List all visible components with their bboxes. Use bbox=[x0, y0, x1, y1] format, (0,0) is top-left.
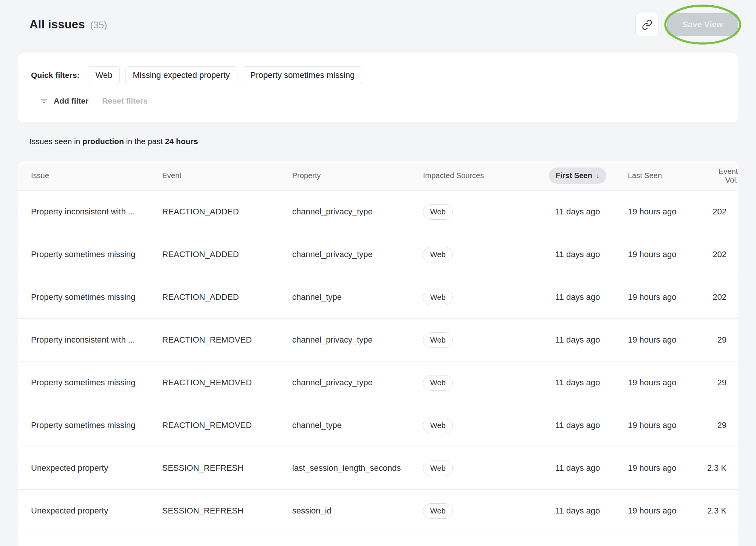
subtitle-range: 24 hours bbox=[165, 137, 198, 146]
column-header-property: Property bbox=[292, 171, 423, 180]
last-seen-cell: 19 hours ago bbox=[628, 420, 719, 430]
subtitle-middle: in the past bbox=[124, 137, 165, 146]
column-header-issue: Issue bbox=[31, 171, 162, 180]
issue-cell: Unexpected property bbox=[31, 506, 162, 516]
issue-cell: Property sometimes missing bbox=[31, 378, 162, 388]
page-title: All issues bbox=[29, 18, 85, 31]
impacted-sources-cell: Web bbox=[423, 461, 549, 476]
subtitle-env: production bbox=[82, 137, 124, 146]
impacted-sources-cell: Web bbox=[423, 503, 549, 519]
last-seen-cell: 19 hours ago bbox=[628, 463, 719, 473]
issue-cell: Property inconsistent with ... bbox=[31, 207, 162, 217]
issues-page: All issues (35) Save View Quick filters:… bbox=[0, 0, 756, 546]
impacted-sources-cell: Web bbox=[423, 332, 549, 348]
event-volume-cell: 29 bbox=[717, 335, 727, 345]
property-cell: channel_type bbox=[292, 292, 423, 302]
source-badge: Web bbox=[423, 461, 453, 476]
event-cell: SESSION_REFRESH bbox=[162, 506, 292, 516]
filter-actions: Add filter Reset filters bbox=[31, 96, 725, 105]
issue-cell: Property sometimes missing bbox=[31, 420, 162, 430]
title-wrap: All issues (35) bbox=[29, 18, 107, 31]
table-body: Property inconsistent with ... REACTION_… bbox=[18, 191, 738, 532]
first-seen-cell: 11 days ago bbox=[549, 378, 628, 388]
source-badge: Web bbox=[423, 247, 453, 262]
event-cell: REACTION_REMOVED bbox=[162, 420, 292, 430]
event-cell: REACTION_ADDED bbox=[162, 207, 292, 217]
source-badge: Web bbox=[423, 204, 453, 220]
quick-filters-label: Quick filters: bbox=[31, 71, 79, 80]
issue-cell: Unexpected property bbox=[31, 463, 162, 473]
table-row[interactable]: Property sometimes missing REACTION_REMO… bbox=[18, 361, 738, 404]
issue-cell: Property sometimes missing bbox=[31, 250, 162, 259]
first-seen-cell: 11 days ago bbox=[549, 207, 628, 217]
quick-filter-chip[interactable]: Missing expected property bbox=[125, 66, 237, 84]
last-seen-cell: 19 hours ago bbox=[628, 250, 719, 259]
add-filter-label: Add filter bbox=[54, 96, 88, 105]
property-cell: session_id bbox=[292, 506, 423, 516]
event-volume-cell: 202 bbox=[713, 250, 727, 259]
table-row[interactable]: Property inconsistent with ... REACTION_… bbox=[18, 319, 738, 361]
event-volume-cell: 2.3 K bbox=[707, 463, 727, 473]
source-badge: Web bbox=[423, 290, 453, 305]
table-row[interactable]: Unexpected property SESSION_REFRESH sess… bbox=[18, 490, 738, 532]
event-volume-cell: 2.3 K bbox=[707, 506, 727, 516]
filters-panel: Quick filters: WebMissing expected prope… bbox=[18, 53, 738, 123]
property-cell: channel_privacy_type bbox=[292, 335, 423, 345]
source-badge: Web bbox=[423, 503, 453, 519]
last-seen-cell: 19 hours ago bbox=[628, 506, 719, 516]
column-header-last-seen: Last Seen bbox=[628, 171, 719, 180]
property-cell: channel_privacy_type bbox=[292, 250, 423, 259]
issue-count: (35) bbox=[90, 20, 107, 31]
property-cell: channel_privacy_type bbox=[292, 378, 423, 388]
property-cell: channel_type bbox=[292, 420, 423, 430]
impacted-sources-cell: Web bbox=[423, 290, 549, 305]
column-header-event-vol: Event Vol. bbox=[719, 167, 738, 185]
quick-filters-row: Quick filters: WebMissing expected prope… bbox=[31, 66, 725, 84]
first-seen-cell: 11 days ago bbox=[549, 335, 628, 345]
source-badge: Web bbox=[423, 418, 453, 433]
event-cell: REACTION_REMOVED bbox=[162, 335, 292, 345]
issues-table: Issue Event Property Impacted Sources Fi… bbox=[18, 161, 738, 546]
column-header-event: Event bbox=[162, 171, 292, 180]
event-cell: SESSION_REFRESH bbox=[162, 463, 292, 473]
quick-filter-chip[interactable]: Web bbox=[88, 66, 120, 84]
reset-filters-button[interactable]: Reset filters bbox=[102, 96, 147, 105]
issue-cell: Property sometimes missing bbox=[31, 292, 162, 302]
issue-cell: Property inconsistent with ... bbox=[31, 335, 162, 345]
source-badge: Web bbox=[423, 332, 453, 348]
last-seen-cell: 19 hours ago bbox=[628, 207, 719, 217]
table-row[interactable]: Property sometimes missing REACTION_ADDE… bbox=[18, 233, 738, 276]
last-seen-cell: 19 hours ago bbox=[628, 292, 719, 302]
link-icon bbox=[642, 19, 652, 30]
sort-desc-icon: ↓ bbox=[596, 172, 600, 180]
first-seen-cell: 11 days ago bbox=[549, 420, 628, 430]
property-cell: last_session_length_seconds bbox=[292, 463, 423, 473]
column-header-first-seen: First Seen ↓ bbox=[549, 168, 628, 184]
copy-link-button[interactable] bbox=[635, 13, 659, 36]
add-filter-button[interactable]: Add filter bbox=[39, 96, 88, 105]
table-row[interactable]: Property sometimes missing REACTION_REMO… bbox=[18, 404, 738, 447]
impacted-sources-cell: Web bbox=[423, 247, 549, 262]
first-seen-sort-button[interactable]: First Seen ↓ bbox=[549, 168, 606, 184]
save-view-wrap: Save View bbox=[667, 13, 738, 36]
first-seen-cell: 11 days ago bbox=[549, 292, 628, 302]
column-header-impacted-sources: Impacted Sources bbox=[423, 171, 549, 180]
save-view-button[interactable]: Save View bbox=[667, 13, 738, 36]
table-header: Issue Event Property Impacted Sources Fi… bbox=[18, 161, 738, 191]
impacted-sources-cell: Web bbox=[423, 375, 549, 391]
quick-filter-chips: WebMissing expected propertyProperty som… bbox=[88, 66, 362, 84]
table-row[interactable]: Unexpected property SESSION_REFRESH last… bbox=[18, 447, 738, 490]
event-cell: REACTION_ADDED bbox=[162, 250, 292, 259]
source-badge: Web bbox=[423, 375, 453, 391]
event-cell: REACTION_ADDED bbox=[162, 292, 292, 302]
table-row[interactable]: Property inconsistent with ... REACTION_… bbox=[18, 191, 738, 233]
quick-filter-chip[interactable]: Property sometimes missing bbox=[243, 66, 362, 84]
event-volume-cell: 29 bbox=[717, 420, 727, 430]
event-volume-cell: 202 bbox=[713, 292, 727, 302]
top-bar: All issues (35) Save View bbox=[0, 0, 756, 53]
filter-icon bbox=[39, 96, 48, 105]
impacted-sources-cell: Web bbox=[423, 418, 549, 433]
first-seen-cell: 11 days ago bbox=[549, 463, 628, 473]
table-row[interactable]: Property sometimes missing REACTION_ADDE… bbox=[18, 276, 738, 319]
event-cell: REACTION_REMOVED bbox=[162, 378, 292, 388]
